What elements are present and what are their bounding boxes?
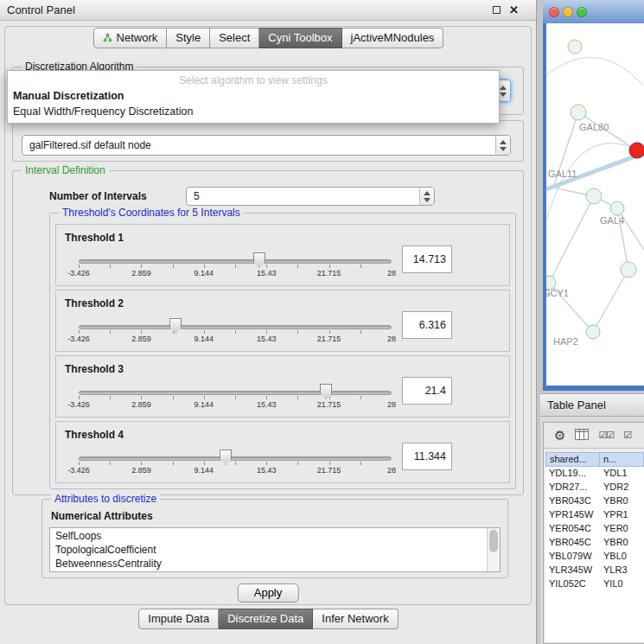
- node-table-body: YDL19... YDL1 YDR27... YDR2 YBR043C YBR0…: [545, 467, 644, 591]
- scale-label: 21.715: [317, 400, 341, 409]
- threshold-slider[interactable]: -3.4262.8599.14415.4321.71528: [79, 315, 392, 349]
- threshold-value-field[interactable]: 6.316: [402, 311, 452, 339]
- attribute-item[interactable]: BetweennessCentrality: [50, 557, 487, 571]
- attribute-item[interactable]: TopologicalCoefficient: [50, 543, 487, 557]
- slider-track[interactable]: [79, 259, 392, 264]
- algorithm-option[interactable]: Manual Discretization: [8, 88, 499, 104]
- column-header-shared-name[interactable]: shared...: [545, 452, 600, 467]
- table-panel-title: Table Panel: [547, 399, 606, 411]
- apply-button[interactable]: Apply: [238, 583, 299, 603]
- network-edge: [593, 270, 628, 332]
- gear-icon[interactable]: ⚙: [554, 429, 565, 442]
- bottom-tab[interactable]: Discretize Data: [219, 609, 313, 629]
- threshold-panel: Threshold 1 -3.4262.8599.14415.4321.7152…: [55, 224, 510, 286]
- table-cell-name: YPR1: [600, 508, 644, 522]
- scale-label: 2.859: [131, 400, 151, 409]
- slider-track[interactable]: [79, 391, 392, 395]
- bottom-tab[interactable]: Impute Data: [138, 609, 219, 629]
- slider-scale: -3.4262.8599.14415.4321.71528: [79, 466, 392, 478]
- table-panel-header: Table Panel: [540, 393, 644, 417]
- network-node[interactable]: [610, 201, 624, 215]
- table-row[interactable]: YDR27... YDR2: [545, 481, 644, 494]
- table-cell-name: YLR3: [600, 564, 644, 577]
- scrollbar-thumb[interactable]: [489, 530, 498, 552]
- table-cell-shared-name: YBR043C: [545, 494, 600, 508]
- slider-track[interactable]: [79, 456, 392, 461]
- list-scrollbar[interactable]: [487, 528, 500, 571]
- table-data-combobox[interactable]: galFiltered.sif default node: [22, 135, 511, 156]
- tab[interactable]: Cyni Toolbox: [259, 28, 341, 48]
- tab-label: Impute Data: [148, 612, 209, 625]
- tab[interactable]: jActiveMNodules: [342, 28, 444, 48]
- threshold-slider[interactable]: -3.4262.8599.14415.4321.71528: [79, 446, 392, 481]
- tab[interactable]: Style: [167, 28, 210, 48]
- network-node[interactable]: [568, 40, 582, 54]
- threshold-label: Threshold 4: [65, 429, 124, 441]
- minimize-button[interactable]: [563, 7, 573, 17]
- network-node[interactable]: [571, 105, 586, 120]
- columns-icon[interactable]: [575, 429, 589, 442]
- algorithm-option[interactable]: Equal Width/Frequency Discretization: [8, 104, 499, 119]
- column-header-name[interactable]: n...: [600, 452, 644, 467]
- threshold-list: Threshold 1 -3.4262.8599.14415.4321.7152…: [50, 224, 515, 483]
- scale-label: 15.43: [257, 466, 277, 475]
- combo-stepper[interactable]: [419, 188, 434, 205]
- zoom-button[interactable]: [577, 7, 587, 17]
- combo-text: 5: [187, 190, 419, 202]
- threshold-value-field[interactable]: 21.4: [402, 377, 452, 405]
- table-row[interactable]: YIL052C YIL0: [545, 577, 644, 591]
- network-node[interactable]: [621, 262, 636, 277]
- tab-label: Network: [117, 31, 158, 44]
- network-node[interactable]: [586, 325, 600, 339]
- window-title: Control Panel: [7, 3, 484, 16]
- table-cell-name: YBL0: [600, 550, 644, 564]
- network-node-selected[interactable]: [629, 143, 644, 158]
- table-row[interactable]: YBR045C YBR0: [545, 536, 644, 550]
- network-node-label: GCY1: [546, 288, 569, 298]
- table-cell-shared-name: YLR345W: [545, 564, 600, 577]
- number-of-intervals-label: Number of Intervals: [49, 190, 147, 202]
- table-cell-shared-name: YDR27...: [545, 481, 600, 494]
- network-edge: [546, 57, 643, 86]
- control-panel-titlebar: Control Panel ✕: [0, 0, 536, 21]
- table-cell-name: YIL0: [600, 577, 644, 591]
- tab[interactable]: Network: [93, 28, 168, 48]
- interval-definition-group: Interval Definition Number of Intervals …: [12, 170, 524, 495]
- table-cell-shared-name: YDL19...: [545, 467, 600, 481]
- float-button[interactable]: [493, 4, 501, 16]
- combo-stepper[interactable]: [495, 136, 510, 155]
- scale-label: 21.715: [317, 335, 341, 343]
- tab[interactable]: Select: [210, 28, 259, 48]
- attribute-items: SelfLoopsTopologicalCoefficientBetweenne…: [50, 529, 487, 571]
- close-button[interactable]: ✕: [509, 4, 519, 16]
- network-node[interactable]: [586, 188, 602, 204]
- bottom-tab[interactable]: Infer Network: [313, 609, 398, 629]
- network-node-label: GAL4: [600, 215, 624, 226]
- select-all-icon[interactable]: ☑☑: [598, 430, 614, 440]
- close-button[interactable]: [549, 7, 559, 17]
- table-cell-shared-name: YIL052C: [545, 577, 600, 591]
- table-toolbar: ⚙ ☑☑ ☑: [544, 423, 644, 449]
- select-column-icon[interactable]: ☑: [623, 430, 631, 440]
- threshold-slider[interactable]: -3.4262.8599.14415.4321.71528: [79, 249, 392, 284]
- table-row[interactable]: YBR043C YBR0: [545, 494, 644, 508]
- table-row[interactable]: YLR345W YLR3: [545, 564, 644, 577]
- dropdown-placeholder: Select algorithm to view settings: [8, 71, 499, 88]
- threshold-slider[interactable]: -3.4262.8599.14415.4321.71528: [79, 380, 392, 415]
- network-canvas[interactable]: GAL80 GAL11 GAL4 GCY1 HAP2: [546, 23, 644, 386]
- threshold-value-field[interactable]: 11.344: [402, 443, 452, 470]
- number-of-intervals-combobox[interactable]: 5: [186, 187, 435, 206]
- table-row[interactable]: YBL079W YBL0: [545, 550, 644, 564]
- scale-label: 2.859: [131, 466, 151, 475]
- chevron-up-icon: [500, 86, 507, 90]
- table-row[interactable]: YDL19... YDL1: [545, 467, 644, 481]
- numerical-attributes-list[interactable]: SelfLoopsTopologicalCoefficientBetweenne…: [49, 527, 501, 572]
- table-row[interactable]: YPR145W YPR1: [545, 508, 644, 522]
- table-row[interactable]: YER054C YER0: [545, 522, 644, 536]
- threshold-panel: Threshold 3 -3.4262.8599.14415.4321.7152…: [55, 355, 510, 418]
- threshold-value-field[interactable]: 14.713: [402, 245, 452, 273]
- scale-label: 28: [387, 335, 396, 343]
- attribute-item[interactable]: SelfLoops: [50, 529, 487, 543]
- threshold-panel: Threshold 2 -3.4262.8599.14415.4321.7152…: [55, 290, 510, 352]
- slider-track[interactable]: [79, 325, 392, 329]
